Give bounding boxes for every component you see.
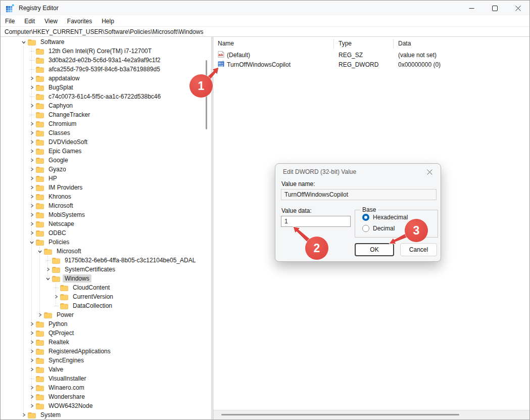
chevron-right-icon[interactable]: [29, 84, 35, 90]
minimize-button[interactable]: [460, 1, 483, 16]
horizontal-scrollbar-thumb[interactable]: [221, 414, 459, 415]
chevron-right-icon[interactable]: [29, 75, 35, 81]
chevron-right-icon[interactable]: [29, 130, 35, 136]
chevron-down-icon[interactable]: [21, 39, 27, 45]
tree-item-afca255d-79c9-539f-84c6-b3a7619889d5[interactable]: afca255d-79c9-539f-84c6-b3a7619889d5: [1, 65, 211, 74]
chevron-right-icon[interactable]: [29, 139, 35, 145]
tree-item-classes[interactable]: Classes: [1, 128, 211, 137]
tree-item-windows[interactable]: Windows: [1, 274, 211, 283]
tree-item-systemcertificates[interactable]: SystemCertificates: [1, 265, 211, 274]
chevron-right-icon[interactable]: [53, 294, 59, 300]
tree-item-3d0ba22d-e02b-5c6d-93a1-4e2a9af9c1f2[interactable]: 3d0ba22d-e02b-5c6d-93a1-4e2a9af9c1f2: [1, 56, 211, 65]
tree-item-power[interactable]: Power: [1, 310, 211, 319]
menu-view[interactable]: View: [44, 18, 58, 25]
chevron-right-icon[interactable]: [29, 385, 35, 391]
chevron-right-icon[interactable]: [29, 230, 35, 236]
tree-item-epic-games[interactable]: Epic Games: [1, 147, 211, 156]
value-data-field[interactable]: 1: [281, 216, 351, 227]
chevron-down-icon[interactable]: [37, 248, 43, 254]
chevron-right-icon[interactable]: [29, 203, 35, 209]
chevron-right-icon[interactable]: [29, 166, 35, 172]
chevron-right-icon[interactable]: [29, 175, 35, 181]
tree-item-wow6432node[interactable]: WOW6432Node: [1, 401, 211, 410]
tree-item-currentversion[interactable]: CurrentVersion: [1, 292, 211, 301]
tree-item-label: VisualInstaller: [46, 375, 88, 383]
tree-item-google[interactable]: Google: [1, 156, 211, 165]
chevron-right-icon[interactable]: [29, 339, 35, 345]
tree-item-visualinstaller[interactable]: VisualInstaller: [1, 374, 211, 383]
tree-item-im-providers[interactable]: IM Providers: [1, 183, 211, 192]
tree-item-python[interactable]: Python: [1, 319, 211, 329]
tree-item-datacollection[interactable]: DataCollection: [1, 301, 211, 310]
tree-item-microsoft[interactable]: Microsoft: [1, 201, 211, 210]
chevron-down-icon[interactable]: [29, 239, 35, 245]
chevron-right-icon[interactable]: [29, 348, 35, 354]
ok-button[interactable]: OK: [355, 243, 394, 256]
tree-item-wondershare[interactable]: Wondershare: [1, 392, 211, 401]
chevron-right-icon[interactable]: [29, 103, 35, 109]
value-name-field[interactable]: TurnOffWindowsCopilot: [281, 189, 437, 200]
tree-item-microsoft[interactable]: Microsoft: [1, 247, 211, 256]
tree-item-odbc[interactable]: ODBC: [1, 228, 211, 238]
chevron-right-icon[interactable]: [29, 184, 35, 191]
tree-item-realtek[interactable]: Realtek: [1, 338, 211, 347]
chevron-right-icon[interactable]: [29, 366, 35, 372]
tree-item-bugsplat[interactable]: BugSplat: [1, 83, 211, 92]
chevron-right-icon[interactable]: [29, 121, 35, 127]
tree-item-system[interactable]: System: [1, 410, 211, 419]
chevron-right-icon[interactable]: [29, 321, 35, 327]
chevron-right-icon[interactable]: [37, 312, 43, 318]
chevron-right-icon[interactable]: [29, 330, 35, 336]
tree-item-mobisystems[interactable]: MobiSystems: [1, 210, 211, 219]
chevron-right-icon[interactable]: [29, 194, 35, 200]
chevron-right-icon[interactable]: [29, 148, 35, 154]
tree-item-software[interactable]: Software: [1, 37, 211, 46]
tree-item-cloudcontent[interactable]: CloudContent: [1, 283, 211, 292]
chevron-right-icon[interactable]: [45, 266, 51, 272]
tree-item-91750b32-6eb6-4ffa-8b05-c3c12104be05-adal[interactable]: 91750b32-6eb6-4ffa-8b05-c3c12104be05_ADA…: [1, 256, 211, 265]
column-header-type[interactable]: Type: [334, 39, 394, 49]
chevron-right-icon[interactable]: [21, 412, 27, 418]
tree-item-12th-gen-intel-r-core-tm-i7-12700t[interactable]: 12th Gen Intel(R) Core(TM) i7-12700T: [1, 46, 211, 56]
horizontal-scrollbar[interactable]: [213, 410, 529, 419]
window-title: Registry Editor: [19, 5, 59, 12]
dialog-close-button[interactable]: [425, 167, 434, 176]
tree-item-gyazo[interactable]: Gyazo: [1, 165, 211, 174]
tree-item-policies[interactable]: Policies: [1, 238, 211, 247]
menu-help[interactable]: Help: [102, 18, 114, 25]
maximize-button[interactable]: [483, 1, 506, 16]
value-row-turnoffwindowscopilot[interactable]: 011110TurnOffWindowsCopilotREG_DWORD0x00…: [213, 60, 529, 69]
tree-item-c74c0073-61c4-5f5c-aa1c-6722d538bc46[interactable]: c74c0073-61c4-5f5c-aa1c-6722d538bc46: [1, 92, 211, 101]
tree-item-dvdvideosoft[interactable]: DVDVideoSoft: [1, 137, 211, 147]
menu-file[interactable]: File: [5, 18, 15, 25]
chevron-right-icon[interactable]: [29, 357, 35, 363]
chevron-down-icon[interactable]: [45, 275, 51, 282]
tree-item-winaero-com[interactable]: Winaero.com: [1, 383, 211, 392]
chevron-right-icon[interactable]: [29, 394, 35, 400]
column-header-name[interactable]: Name: [213, 39, 334, 49]
close-button[interactable]: [506, 1, 529, 16]
chevron-right-icon[interactable]: [29, 221, 35, 227]
tree-item-appdatalow[interactable]: appdatalow: [1, 74, 211, 83]
value-row-default[interactable]: ab(Default)REG_SZ(value not set): [213, 50, 529, 60]
address-bar[interactable]: Computer\HKEY_CURRENT_USER\Software\Poli…: [1, 26, 529, 37]
tree-item-changetracker[interactable]: ChangeTracker: [1, 110, 211, 119]
tree-item-caphyon[interactable]: Caphyon: [1, 101, 211, 110]
tree-item-chromium[interactable]: Chromium: [1, 119, 211, 128]
tree-item-qtproject[interactable]: QtProject: [1, 329, 211, 338]
cancel-button[interactable]: Cancel: [400, 243, 437, 256]
menu-edit[interactable]: Edit: [24, 18, 35, 25]
chevron-right-icon[interactable]: [29, 212, 35, 218]
tree-item-khronos[interactable]: Khronos: [1, 192, 211, 201]
menu-favorites[interactable]: Favorites: [67, 18, 92, 25]
radio-decimal[interactable]: Decimal: [362, 225, 395, 232]
chevron-right-icon[interactable]: [29, 403, 35, 409]
tree-item-registeredapplications[interactable]: RegisteredApplications: [1, 347, 211, 356]
tree-item-syncengines[interactable]: SyncEngines: [1, 356, 211, 365]
tree-item-hp[interactable]: HP: [1, 174, 211, 183]
column-header-data[interactable]: Data: [394, 39, 529, 49]
tree-item-valve[interactable]: Valve: [1, 365, 211, 374]
tree-item-netscape[interactable]: Netscape: [1, 219, 211, 228]
chevron-right-icon[interactable]: [29, 157, 35, 163]
radio-hexadecimal[interactable]: Hexadecimal: [362, 214, 408, 221]
